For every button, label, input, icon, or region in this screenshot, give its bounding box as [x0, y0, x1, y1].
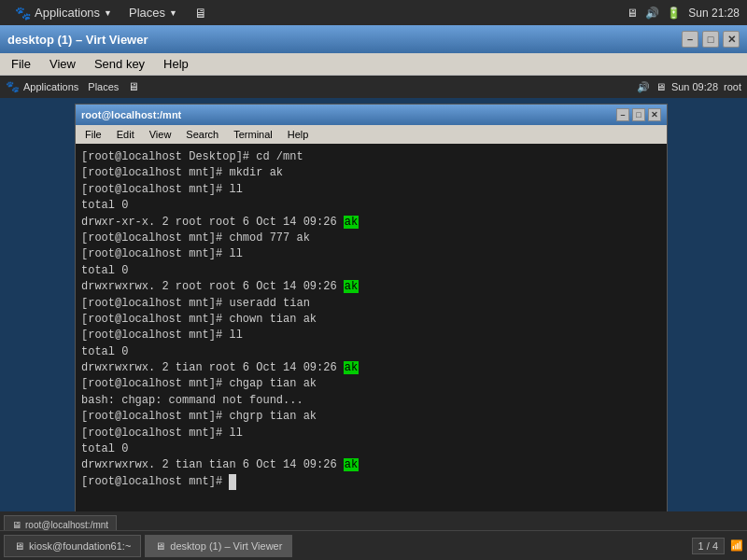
kiosk-task-label: kiosk@foundation61:~ — [29, 540, 131, 552]
virt-viewer-titlebar: desktop (1) – Virt Viewer – □ ✕ — [0, 25, 747, 53]
terminal-line: bash: chgap: command not found... — [81, 393, 661, 409]
highlighted-ak: ak — [344, 280, 359, 293]
inner-places-label[interactable]: Places — [88, 81, 119, 92]
virt-viewer-title: desktop (1) – Virt Viewer — [7, 33, 148, 47]
inner-top-bar: 🐾 Applications Places 🖥 🔊 🖥 Sun 09:28 ro… — [0, 76, 747, 98]
inner-terminal-icon[interactable]: 🖥 — [128, 80, 139, 93]
terminal-line: drwxrwxrwx. 2 root root 6 Oct 14 09:26 a… — [81, 279, 661, 295]
speaker-icon: 🔊 — [645, 7, 659, 20]
terminal-line: [root@localhost Desktop]# cd /mnt — [81, 149, 661, 165]
highlighted-ak: ak — [344, 458, 359, 471]
terminal-view-menu[interactable]: View — [144, 128, 177, 141]
virt-monitor-icon: 🖥 — [155, 540, 165, 552]
system-time: Sun 21:28 — [688, 7, 740, 20]
terminal-line: [root@localhost mnt]# ll — [81, 182, 661, 198]
virt-viewer-menubar: File View Send key Help — [0, 53, 747, 76]
highlighted-ak: ak — [344, 216, 359, 229]
system-bar-right: 🖥 🔊 🔋 Sun 21:28 — [627, 7, 740, 20]
terminal-line: drwxr-xr-x. 2 root root 6 Oct 14 09:26 a… — [81, 215, 661, 231]
terminal-line: [root@localhost mnt]# chgap tian ak — [81, 376, 661, 392]
help-menu[interactable]: Help — [156, 55, 196, 73]
terminal-body[interactable]: [root@localhost Desktop]# cd /mnt [root@… — [76, 144, 667, 538]
kiosk-monitor-icon: 🖥 — [14, 540, 24, 552]
terminal-shortcut[interactable]: 🖥 — [187, 4, 215, 22]
places-chevron-icon: ▼ — [169, 8, 177, 18]
outer-page-indicator: 1 / 4 — [692, 538, 725, 554]
vm-screen: 🐾 Applications Places 🖥 🔊 🖥 Sun 09:28 ro… — [0, 76, 747, 538]
virt-viewer-window: desktop (1) – Virt Viewer – □ ✕ File Vie… — [0, 25, 747, 560]
terminal-line: drwxrwxrwx. 2 tian root 6 Oct 14 09:26 a… — [81, 360, 661, 376]
terminal-titlebar: root@localhost:/mnt – □ ✕ — [76, 105, 667, 125]
terminal-minimize-btn[interactable]: – — [616, 108, 629, 121]
terminal-line: [root@localhost mnt]# mkdir ak — [81, 165, 661, 181]
apps-chevron-icon: ▼ — [104, 8, 112, 18]
inner-app-icon: 🐾 — [6, 80, 20, 93]
highlighted-ak: ak — [344, 361, 359, 374]
inner-applications-label[interactable]: Applications — [23, 81, 78, 92]
terminal-line: [root@localhost mnt]# ll — [81, 426, 661, 441]
inner-user: root — [724, 81, 741, 92]
terminal-line: [root@localhost mnt]# — [81, 474, 661, 490]
terminal-edit-menu[interactable]: Edit — [111, 128, 140, 141]
inner-desktop: 🐾 Applications Places 🖥 🔊 🖥 Sun 09:28 ro… — [0, 76, 747, 538]
file-menu[interactable]: File — [4, 55, 38, 73]
outer-task-kiosk[interactable]: 🖥 kiosk@foundation61:~ — [4, 535, 141, 557]
places-menu[interactable]: Places ▼ — [121, 4, 185, 21]
outer-task-virt-viewer[interactable]: 🖥 desktop (1) – Virt Viewer — [145, 535, 292, 557]
system-bar-left: 🐾 Applications ▼ Places ▼ 🖥 — [7, 4, 215, 22]
monitor-icon: 🖥 — [627, 7, 638, 20]
terminal-icon: 🖥 — [194, 6, 207, 21]
battery-icon: 🔋 — [667, 7, 681, 20]
close-button[interactable]: ✕ — [723, 31, 740, 48]
inner-top-right: 🔊 🖥 Sun 09:28 root — [637, 81, 741, 93]
terminal-title: root@localhost:/mnt — [81, 109, 181, 120]
terminal-line: [root@localhost mnt]# ll — [81, 246, 661, 262]
terminal-search-menu[interactable]: Search — [180, 128, 224, 141]
terminal-maximize-btn[interactable]: □ — [632, 108, 645, 121]
inner-time: Sun 09:28 — [671, 81, 718, 92]
maximize-button[interactable]: □ — [702, 31, 719, 48]
terminal-line: total 0 — [81, 263, 661, 279]
outer-taskbar-right: 1 / 4 📶 — [692, 538, 743, 554]
minimize-button[interactable]: – — [682, 31, 698, 48]
inner-speaker-icon: 🔊 — [637, 81, 650, 93]
places-label: Places — [129, 6, 165, 20]
terminal-file-menu[interactable]: File — [79, 128, 107, 141]
terminal-line: [root@localhost mnt]# chgrp tian ak — [81, 409, 661, 425]
terminal-help-menu[interactable]: Help — [282, 128, 315, 141]
terminal-line: drwxrwxrwx. 2 tian tian 6 Oct 14 09:26 a… — [81, 457, 661, 473]
outer-wifi-icon: 📶 — [730, 539, 743, 552]
inner-top-left: 🐾 Applications Places 🖥 — [6, 80, 139, 93]
terminal-window: root@localhost:/mnt – □ ✕ File Edit View… — [75, 104, 668, 538]
app-icon: 🐾 — [15, 6, 31, 21]
send-key-menu[interactable]: Send key — [87, 55, 152, 73]
terminal-line: total 0 — [81, 344, 661, 360]
terminal-terminal-menu[interactable]: Terminal — [228, 128, 278, 141]
applications-menu[interactable]: 🐾 Applications ▼ — [7, 4, 120, 22]
inner-monitor2-icon: 🖥 — [655, 81, 666, 92]
terminal-line: [root@localhost mnt]# chown tian ak — [81, 312, 661, 328]
terminal-close-btn[interactable]: ✕ — [648, 108, 661, 121]
terminal-line: [root@localhost mnt]# useradd tian — [81, 296, 661, 312]
virt-task-label: desktop (1) – Virt Viewer — [170, 540, 282, 552]
terminal-window-controls: – □ ✕ — [616, 108, 661, 121]
inner-taskbar-label: root@localhost:/mnt — [25, 520, 108, 530]
inner-taskbar-icon: 🖥 — [12, 520, 21, 530]
applications-label: Applications — [35, 6, 100, 20]
terminal-line: total 0 — [81, 441, 661, 457]
terminal-menubar: File Edit View Search Terminal Help — [76, 125, 667, 144]
outer-taskbar: 🖥 kiosk@foundation61:~ 🖥 desktop (1) – V… — [0, 530, 747, 560]
terminal-line: total 0 — [81, 198, 661, 214]
system-bar: 🐾 Applications ▼ Places ▼ 🖥 🖥 🔊 🔋 Sun 21… — [0, 0, 747, 25]
view-menu[interactable]: View — [42, 55, 83, 73]
window-controls: – □ ✕ — [682, 31, 740, 48]
terminal-line: [root@localhost mnt]# ll — [81, 328, 661, 343]
terminal-line: [root@localhost mnt]# chmod 777 ak — [81, 231, 661, 246]
